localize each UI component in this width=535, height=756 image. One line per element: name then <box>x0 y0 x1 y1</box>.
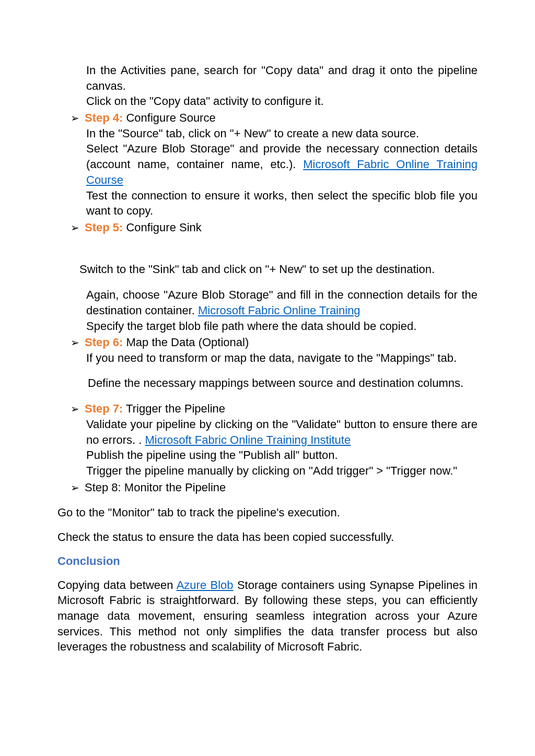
step-5-link[interactable]: Microsoft Fabric Online Training <box>198 304 360 317</box>
conclusion-link[interactable]: Azure Blob <box>177 578 234 592</box>
chevron-right-icon: ➢ <box>71 111 79 125</box>
step-4-title: Configure Source <box>123 111 215 124</box>
intro-text-1: In the Activities pane, search for "Copy… <box>86 63 478 93</box>
step-7-body-3: Trigger the pipeline manually by clickin… <box>86 463 478 479</box>
step-7-body-1: Validate your pipeline by clicking on th… <box>86 417 478 447</box>
intro-text-2: Click on the "Copy data" activity to con… <box>86 93 478 109</box>
conclusion-heading: Conclusion <box>57 553 478 569</box>
step-4-label: Step 4: <box>85 111 123 124</box>
chevron-right-icon: ➢ <box>71 481 79 495</box>
step-6-body-2: Define the necessary mappings between so… <box>88 375 478 391</box>
step-7-label: Step 7: <box>85 402 123 415</box>
step-6-body-1: If you need to transform or map the data… <box>86 350 478 366</box>
step-7-header: ➢ Step 7: Trigger the Pipeline <box>71 401 478 417</box>
step-4-body-2: Select "Azure Blob Storage" and provide … <box>86 141 478 187</box>
step-7-body-2: Publish the pipeline using the "Publish … <box>86 447 478 463</box>
step-5-title: Configure Sink <box>123 221 201 234</box>
conclusion-body-1a: Copying data between <box>57 578 177 592</box>
step-6-title: Map the Data (Optional) <box>123 336 249 349</box>
step-4-header: ➢ Step 4: Configure Source <box>71 110 478 126</box>
step-4-body-1: In the "Source" tab, click on "+ New" to… <box>86 126 478 141</box>
conclusion-body: Copying data between Azure Blob Storage … <box>57 577 478 655</box>
chevron-right-icon: ➢ <box>71 402 79 416</box>
step-5-body-3: Specify the target blob file path where … <box>86 318 478 334</box>
step-5-header: ➢ Step 5: Configure Sink <box>71 220 478 235</box>
step-5-label: Step 5: <box>85 221 123 234</box>
step-4-body-3: Test the connection to ensure it works, … <box>86 188 478 219</box>
step-8-body-2: Check the status to ensure the data has … <box>57 529 478 545</box>
step-7-link[interactable]: Microsoft Fabric Online Training Institu… <box>145 433 351 446</box>
chevron-right-icon: ➢ <box>71 221 79 235</box>
step-8-header: ➢ Step 8: Monitor the Pipeline <box>71 480 478 495</box>
step-6-label: Step 6: <box>85 336 123 349</box>
step-5-body-1: Switch to the "Sink" tab and click on "+… <box>79 262 478 277</box>
chevron-right-icon: ➢ <box>71 336 79 350</box>
step-5-body-2: Again, choose "Azure Blob Storage" and f… <box>86 287 478 318</box>
step-8-body-1: Go to the "Monitor" tab to track the pip… <box>57 505 478 521</box>
document-body: In the Activities pane, search for "Copy… <box>57 63 478 655</box>
step-7-title: Trigger the Pipeline <box>123 402 225 415</box>
step-8-label: Step 8: Monitor the Pipeline <box>85 480 226 495</box>
step-6-header: ➢ Step 6: Map the Data (Optional) <box>71 335 478 350</box>
